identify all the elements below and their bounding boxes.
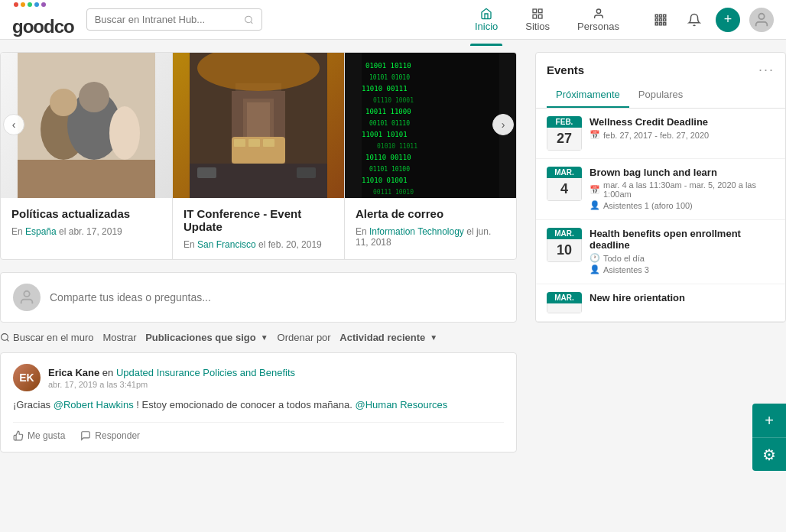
notifications-button[interactable]	[682, 8, 706, 32]
fab-settings-button[interactable]: ⚙	[752, 437, 786, 465]
card-2-meta-suffix: el feb. 20, 2019	[256, 239, 322, 250]
like-label: Me gusta	[28, 430, 65, 441]
svg-text:01001 10110: 01001 10110	[365, 62, 411, 70]
event-row-4: MAR. New hire orientation	[536, 284, 785, 322]
svg-rect-35	[297, 167, 316, 178]
person-icon-2: 👤	[590, 200, 600, 210]
grid-apps-button[interactable]	[648, 8, 673, 32]
clock-icon-3: 🕐	[590, 253, 600, 263]
event-4-badge: MAR.	[547, 292, 582, 313]
event-3-attendees-text: Asistentes 3	[603, 265, 649, 274]
carousel: Políticas actualizadas En España el abr.…	[0, 52, 517, 260]
post-mention-hr[interactable]: @Human Resources	[355, 399, 447, 410]
nav-item-personas[interactable]: Personas	[573, 5, 624, 35]
post-input[interactable]	[50, 291, 504, 303]
logo[interactable]: goodco	[12, 2, 74, 37]
event-4-name[interactable]: New hire orientation	[590, 292, 775, 303]
left-column: Políticas actualizadas En España el abr.…	[0, 40, 526, 465]
reply-action[interactable]: Responder	[80, 430, 140, 441]
carousel-prev-button[interactable]: ‹	[3, 114, 24, 135]
post-avatar	[13, 284, 41, 311]
event-1-badge: FEB. 27	[547, 116, 582, 151]
event-3-info: Health benefits open enrollment deadline…	[590, 228, 775, 276]
nav-item-sitios[interactable]: Sitios	[521, 5, 554, 35]
card-2-title[interactable]: IT Conference - Event Update	[184, 207, 333, 233]
chevron-left-icon: ‹	[12, 118, 16, 131]
svg-rect-3	[539, 9, 543, 13]
post-actions: Me gusta Responder	[13, 422, 504, 441]
card-1-meta: En España el abr. 17, 2019	[11, 226, 161, 237]
event-row-3: MAR. 10 Health benefits open enrollment …	[536, 220, 785, 284]
fab-add-button[interactable]: +	[752, 404, 786, 437]
reply-icon	[80, 430, 91, 441]
search-wall-item[interactable]: Buscar en el muro	[0, 332, 94, 343]
events-more-button[interactable]: ···	[758, 62, 775, 78]
event-2-name[interactable]: Brown bag lunch and learn	[590, 167, 775, 178]
nav-item-inicio[interactable]: Inicio	[470, 5, 502, 35]
show-filter[interactable]: Mostrar Publicaciones que sigo ▼	[103, 332, 268, 343]
order-label: Ordenar por	[278, 332, 331, 343]
card-3-meta-link[interactable]: Information Technology	[369, 226, 464, 237]
svg-point-16	[758, 13, 764, 18]
events-title: Events	[547, 63, 584, 76]
event-3-name[interactable]: Health benefits open enrollment deadline	[590, 228, 775, 251]
post-text-2: ! Estoy emocionado de conocer a todos ma…	[134, 399, 356, 410]
event-2-info: Brown bag lunch and learn 📅 mar. 4 a las…	[590, 167, 775, 212]
like-action[interactable]: Me gusta	[13, 430, 65, 441]
svg-text:11010 01001: 11010 01001	[362, 177, 408, 184]
post-link[interactable]: Updated Insurance Policies and Benefits	[116, 367, 295, 378]
svg-point-22	[79, 82, 109, 112]
fab-plus-icon: +	[765, 412, 774, 430]
card-1-title[interactable]: Políticas actualizadas	[11, 207, 161, 220]
nav-label-sitios: Sitios	[525, 21, 550, 32]
svg-point-6	[596, 9, 600, 13]
svg-text:11001 10101: 11001 10101	[362, 131, 408, 138]
post-mention-robert[interactable]: @Robert Hawkins	[54, 399, 134, 410]
svg-rect-32	[263, 139, 274, 147]
card-1-meta-link[interactable]: España	[25, 226, 57, 237]
reply-label: Responder	[95, 430, 140, 441]
post-user-info: Erica Kane en Updated Insurance Policies…	[48, 367, 295, 389]
filter-bar: Buscar en el muro Mostrar Publicaciones …	[0, 332, 517, 343]
svg-rect-12	[664, 18, 666, 21]
carousel-next-button[interactable]: ›	[492, 114, 514, 135]
event-3-date: 🕐 Todo el día	[590, 253, 775, 263]
order-arrow-icon: ▼	[430, 333, 437, 342]
logo-text: goodco	[12, 16, 74, 37]
user-avatar[interactable]	[749, 8, 774, 32]
add-button[interactable]: +	[716, 8, 740, 32]
post-user-name[interactable]: Erica Kane	[48, 367, 99, 378]
search-input[interactable]	[95, 14, 241, 25]
order-value: Actividad reciente	[339, 332, 425, 343]
svg-rect-4	[533, 15, 537, 18]
carousel-cards: Políticas actualizadas En España el abr.…	[1, 53, 516, 259]
card-2-body: IT Conference - Event Update En San Fran…	[173, 198, 344, 259]
card-3-title[interactable]: Alerta de correo	[356, 207, 505, 220]
event-3-day: 10	[547, 239, 582, 262]
svg-rect-2	[533, 9, 537, 13]
card-2-image	[173, 53, 344, 198]
tab-populares[interactable]: Populares	[629, 84, 693, 108]
card-2-meta-link[interactable]: San Francisco	[197, 239, 256, 250]
svg-rect-8	[660, 15, 662, 17]
event-1-name[interactable]: Wellness Credit Deadline	[590, 116, 775, 128]
event-2-attendees: 👤 Asistentes 1 (aforo 100)	[590, 200, 775, 210]
card-1: Políticas actualizadas En España el abr.…	[1, 53, 173, 259]
post-user-line: Erica Kane en Updated Insurance Policies…	[48, 367, 295, 378]
events-header: Events ···	[536, 53, 785, 78]
tab-proxima[interactable]: Próximamente	[547, 84, 629, 108]
svg-text:01010 11011: 01010 11011	[377, 143, 417, 150]
svg-point-0	[245, 16, 252, 23]
card-3: 01001 10110 10101 01010 11010 00111 0111…	[345, 53, 516, 259]
search-box[interactable]	[86, 8, 262, 31]
svg-text:01101 10100: 01101 10100	[369, 166, 410, 173]
post-header: EK Erica Kane en Updated Insurance Polic…	[13, 364, 504, 391]
order-filter[interactable]: Ordenar por Actividad reciente ▼	[278, 332, 438, 343]
city-illustration	[190, 53, 327, 198]
person-icon-3: 👤	[590, 264, 600, 274]
svg-rect-14	[660, 22, 662, 24]
avatar-initials: EK	[13, 364, 41, 391]
event-1-month: FEB.	[547, 116, 582, 128]
card-3-meta-prefix: En	[356, 226, 369, 237]
svg-point-51	[2, 334, 8, 341]
